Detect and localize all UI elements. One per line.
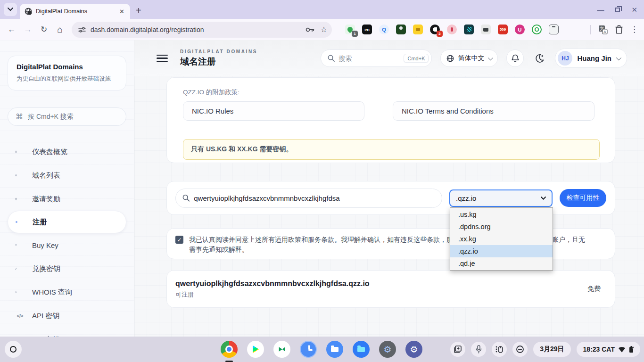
address-bar[interactable]: dash.domain.digitalplat.org/registration… [72, 22, 332, 38]
sidebar-item-redeem-key[interactable]: 兑换密钥 [8, 257, 126, 280]
chevron-down-icon [8, 8, 13, 11]
back-button[interactable]: ← [4, 25, 20, 34]
chevron-down-icon [488, 55, 493, 60]
person-privacy-extension-icon[interactable] [396, 25, 406, 34]
sidebar-item-referral[interactable]: 邀请奖励 [8, 187, 126, 211]
tld-select[interactable]: .qzz.io [449, 189, 553, 207]
settings-app-icon[interactable]: ⚙ [379, 341, 396, 358]
shield-u-extension-icon[interactable]: U [515, 25, 525, 34]
chevron-down-icon [541, 197, 546, 200]
code-icon: </> [15, 311, 25, 321]
wifi-icon [618, 346, 626, 353]
sidebar-search-button[interactable]: ⌘ 按 Cmd+K 搜索 [8, 107, 126, 126]
sidebar-item-label: 兑换密钥 [32, 264, 60, 273]
play-games-app-icon[interactable] [273, 341, 290, 358]
dark-mode-extension-icon[interactable]: 2 [430, 25, 440, 34]
tab-close-icon[interactable]: ✕ [117, 7, 126, 16]
forward-button[interactable]: → [20, 25, 36, 34]
home-button[interactable]: ⌂ [52, 25, 68, 35]
hamburger-menu-icon[interactable] [157, 55, 168, 62]
shortcut-badge: Cmd+K [404, 54, 429, 63]
qr-code-extension-icon[interactable] [464, 25, 474, 34]
window-close-button[interactable]: ✕ [631, 6, 637, 14]
tld-option-selected[interactable]: .qzz.io [450, 245, 553, 257]
policy-link-rules[interactable]: NIC.IO Rules [183, 101, 364, 121]
app-eyebrow: DIGITALPLAT DOMAINS [180, 49, 257, 54]
chrome-app-icon[interactable] [221, 341, 238, 358]
translate-icon[interactable]: 文 A [598, 25, 608, 34]
settings-alt-app-icon[interactable]: ⚙ [405, 341, 422, 358]
browser-menu-kebab-icon[interactable]: ⋮ [630, 25, 638, 34]
mail-counter-extension-icon[interactable]: 509 [498, 25, 508, 34]
trash-icon[interactable] [615, 25, 623, 34]
green-ring-extension-icon[interactable]: O [532, 25, 542, 34]
bookmark-star-icon[interactable]: ☆ [321, 25, 327, 34]
mouse-settings-tray-button[interactable] [492, 342, 507, 357]
header-search-input[interactable] [339, 55, 390, 62]
sidebar-item-dashboard[interactable]: 仪表盘概览 [8, 140, 126, 164]
status-tray[interactable]: 18:23 CAT [577, 342, 640, 357]
sidebar-item-label: API 密钥 [32, 312, 59, 321]
chevron-down-icon [616, 55, 621, 60]
dark-mode-toggle[interactable] [532, 54, 546, 63]
sidebar-item-label: WHOIS 查询 [32, 288, 72, 297]
notifications-button[interactable] [506, 49, 524, 67]
user-menu[interactable]: HJ Huang Jin [555, 49, 627, 68]
result-status: 可注册 [175, 290, 370, 299]
window-restore-button[interactable] [615, 8, 620, 12]
camera-extension-icon[interactable] [481, 25, 491, 34]
reload-button[interactable]: ↻ [36, 25, 52, 34]
sidebar-item-domain-list[interactable]: 域名列表 [8, 164, 126, 187]
tld-option[interactable]: .us.kg [450, 208, 553, 221]
tld-option[interactable]: .qd.je [450, 257, 553, 270]
sidebar-item-api-key[interactable]: </> API 密钥 [8, 304, 126, 328]
language-selector[interactable]: 简体中文 [440, 49, 498, 67]
check-availability-button[interactable]: 检查可用性 [560, 189, 606, 207]
clock-app-icon[interactable] [300, 341, 317, 358]
command-key-icon: ⌘ [16, 112, 23, 121]
domain-name-input[interactable] [194, 194, 435, 202]
clipboard-extension-icon[interactable] [549, 25, 559, 34]
files-app-icon[interactable] [326, 341, 343, 358]
cat-extension-icon[interactable] [413, 25, 423, 34]
mic-extension-icon[interactable] [447, 25, 457, 34]
tab-favicon-globe-icon [25, 8, 32, 15]
tab-search-button[interactable] [4, 3, 17, 16]
agreement-checkbox[interactable]: ✓ [175, 236, 183, 244]
sidebar-item-label: 注册 [33, 218, 47, 227]
password-key-icon[interactable] [305, 27, 315, 33]
sidebar-item-label: 域名列表 [32, 171, 60, 180]
screen-capture-tray-button[interactable] [450, 342, 465, 357]
q-search-extension-icon[interactable]: Q [379, 25, 389, 34]
result-price: 免费 [587, 285, 601, 293]
browser-tab[interactable]: DigitalPlat Domains ✕ [20, 4, 130, 19]
date-pill[interactable]: 3月29日 [533, 342, 570, 357]
window-minimize-button[interactable]: — [597, 6, 604, 14]
play-store-app-icon[interactable] [247, 341, 264, 358]
mouse-icon [495, 345, 504, 354]
sidebar-item-whois[interactable]: WHOIS 查询 [8, 280, 126, 304]
tld-dropdown-menu: .us.kg .dpdns.org .xx.kg .qzz.io .qd.je [450, 207, 553, 271]
tld-option[interactable]: .dpdns.org [450, 221, 553, 233]
launcher-button[interactable] [5, 341, 22, 358]
sidebar-item-buy-key[interactable]: Buy Key [8, 233, 126, 257]
folder-app-icon[interactable] [353, 341, 370, 358]
bell-icon [512, 54, 519, 63]
sidebar-item-registration[interactable]: 注册 [8, 211, 126, 233]
battery-icon [629, 346, 634, 353]
site-settings-tune-icon[interactable] [78, 26, 86, 33]
microphone-tray-button[interactable] [471, 342, 486, 357]
en-translator-extension-icon[interactable]: en [362, 25, 372, 34]
do-not-disturb-tray-button[interactable] [512, 342, 528, 357]
header-search[interactable]: Cmd+K [321, 49, 432, 67]
domain-name-field[interactable] [175, 189, 442, 208]
extensions-bar: 1 en Q 2 509 U O [345, 25, 559, 34]
sidebar-item-label: 邀请奖励 [32, 195, 60, 204]
gift-icon [15, 194, 25, 204]
sidebar-item-label: Buy Key [32, 241, 58, 249]
brand-title: DigitalPlat Domains [17, 63, 117, 71]
map-pin-extension-icon[interactable]: 1 [345, 25, 355, 34]
new-tab-button[interactable]: + [136, 6, 141, 15]
tld-option[interactable]: .xx.kg [450, 233, 553, 245]
policy-link-terms[interactable]: NIC.IO Terms and Conditions [393, 101, 594, 121]
